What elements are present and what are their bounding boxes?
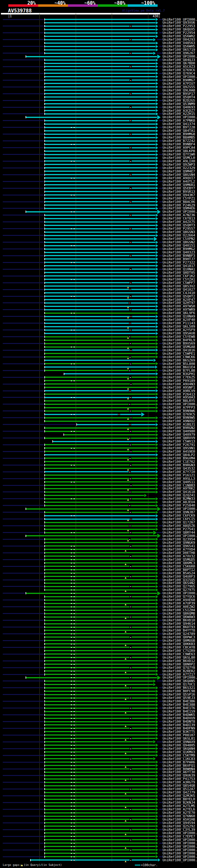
hit-bar[interactable] (45, 640, 156, 641)
hit-bar[interactable] (45, 765, 156, 766)
hit-bar[interactable] (45, 93, 156, 94)
hit-bar[interactable] (45, 86, 156, 88)
hit-bar[interactable] (45, 562, 156, 563)
hit-bar[interactable] (45, 734, 156, 736)
hit-bar[interactable] (45, 316, 156, 317)
hit-bar[interactable] (45, 255, 156, 256)
hit-bar[interactable] (45, 627, 156, 628)
hit-bar[interactable] (45, 63, 156, 64)
hit-bar[interactable] (45, 741, 153, 742)
hit-bar[interactable] (45, 26, 156, 27)
hit-bar[interactable] (45, 718, 156, 719)
hit-bar[interactable] (45, 120, 156, 121)
hit-bar[interactable] (45, 583, 156, 584)
hit-bar[interactable] (45, 552, 156, 553)
hit-bar[interactable] (45, 279, 156, 280)
hit-bar[interactable] (45, 660, 156, 661)
hit-label[interactable]: UniRef100_Q8S3V2 (163, 284, 195, 288)
hit-bar[interactable] (45, 228, 156, 229)
hit-label[interactable]: UniRef100_A9RCV9 (163, 389, 195, 393)
hit-bar[interactable] (45, 151, 156, 152)
hit-label[interactable]: UniRef100_C5YPZ1 (163, 197, 195, 200)
hit-bar[interactable] (45, 144, 156, 145)
hit-bar[interactable] (53, 441, 156, 442)
hit-bar[interactable] (45, 258, 156, 259)
hit-bar[interactable] (45, 691, 156, 692)
hit-bar[interactable] (45, 29, 156, 30)
hit-bar[interactable] (45, 242, 156, 243)
hit-bar[interactable] (45, 181, 156, 182)
hit-bar[interactable] (45, 296, 156, 297)
hit-label[interactable]: UniRef100_Q40693 (163, 105, 195, 109)
hit-bar[interactable] (45, 637, 156, 638)
hit-bar[interactable] (45, 549, 156, 550)
hit-bar[interactable] (45, 252, 156, 253)
hit-bar[interactable] (45, 36, 156, 37)
hit-bar[interactable] (45, 191, 156, 192)
hit-bar[interactable] (45, 694, 156, 695)
hit-bar[interactable] (45, 282, 156, 283)
hit-bar[interactable] (45, 103, 156, 104)
hit-bar[interactable] (45, 188, 156, 189)
hit-bar[interactable] (26, 56, 157, 57)
hit-bar[interactable] (45, 667, 156, 668)
hit-bar[interactable] (45, 701, 156, 702)
hit-bar[interactable] (45, 215, 156, 216)
hit-bar[interactable] (45, 147, 156, 148)
hit-bar[interactable] (45, 663, 156, 665)
hit-bar[interactable] (45, 431, 156, 432)
hit-bar[interactable] (45, 572, 156, 574)
hit-bar[interactable] (45, 349, 156, 351)
hit-bar[interactable] (45, 96, 156, 98)
hit-bar[interactable] (45, 495, 144, 496)
hit-bar[interactable] (45, 653, 156, 655)
hit-bar[interactable] (45, 262, 156, 263)
hit-bar[interactable] (45, 542, 156, 543)
hit-bar[interactable] (45, 421, 156, 422)
hit-label[interactable]: UniRef100_P09189 (163, 379, 195, 382)
hit-bar[interactable] (45, 137, 156, 138)
hit-label[interactable]: UniRef100_Q4U0F3 (163, 575, 195, 578)
hit-label[interactable]: UniRef100_Q40511 (163, 480, 195, 484)
hit-bar[interactable] (45, 76, 156, 77)
hit-bar[interactable] (45, 272, 156, 273)
hit-bar[interactable] (45, 772, 156, 773)
hit-label[interactable]: UniRef100_C5KTM9 (163, 754, 195, 757)
hit-bar[interactable] (45, 461, 156, 462)
hit-bar[interactable] (45, 400, 156, 402)
hit-bar[interactable] (45, 829, 156, 830)
hit-bar[interactable] (45, 714, 156, 716)
hit-bar[interactable] (45, 340, 156, 341)
hit-bar[interactable] (45, 471, 156, 472)
hit-bar[interactable] (45, 360, 153, 361)
hit-bar[interactable] (45, 346, 156, 348)
hit-bar[interactable] (45, 410, 156, 412)
hit-bar[interactable] (64, 373, 156, 374)
hit-bar[interactable] (45, 447, 156, 448)
hit-bar[interactable] (45, 69, 156, 70)
hit-bar[interactable] (26, 508, 157, 509)
hit-bar[interactable] (45, 623, 156, 624)
hit-bar[interactable] (45, 478, 156, 479)
hit-bar[interactable] (45, 377, 156, 378)
hit-bar[interactable] (45, 177, 156, 179)
hit-bar[interactable] (45, 505, 156, 506)
hit-label[interactable]: UniRef100_C4J410 (163, 291, 195, 295)
hit-bar[interactable] (26, 211, 157, 213)
hit-bar[interactable] (45, 846, 156, 847)
hit-bar[interactable] (45, 110, 156, 111)
hit-bar[interactable] (45, 680, 153, 682)
hit-bar[interactable] (45, 174, 156, 175)
hit-bar[interactable] (45, 265, 156, 266)
hit-bar[interactable] (45, 22, 156, 23)
hit-bar[interactable] (45, 727, 156, 729)
hit-bar[interactable] (45, 269, 156, 270)
hit-bar[interactable] (45, 330, 156, 331)
hit-bar[interactable] (45, 248, 156, 250)
hit-label[interactable]: UniRef100_Q5QHT2 (163, 295, 195, 298)
hit-bar[interactable] (45, 333, 156, 334)
hit-bar[interactable] (26, 677, 157, 678)
hit-bar[interactable] (45, 19, 156, 20)
hit-bar[interactable] (45, 231, 156, 233)
hit-bar[interactable] (45, 198, 156, 199)
